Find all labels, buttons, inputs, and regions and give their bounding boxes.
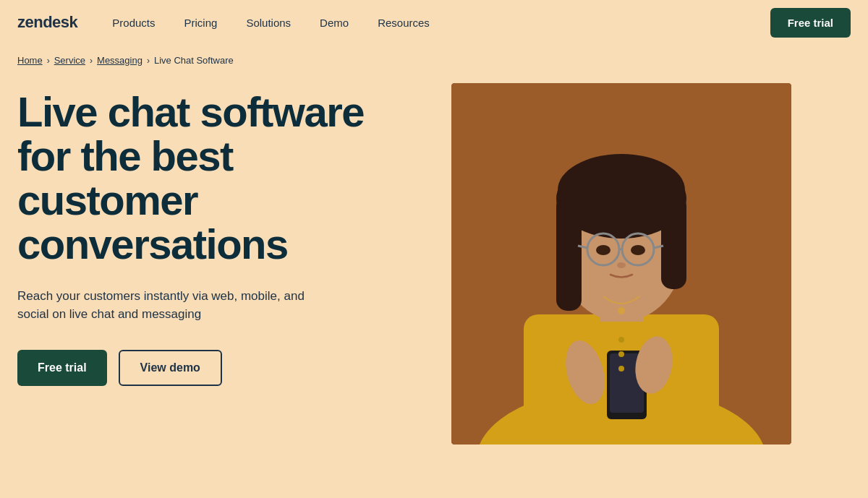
free-trial-button[interactable]: Free trial (17, 350, 107, 386)
svg-point-15 (631, 245, 645, 255)
view-demo-button[interactable]: View demo (119, 350, 222, 386)
svg-point-16 (617, 262, 626, 268)
person-illustration (451, 83, 791, 445)
nav-pricing[interactable]: Pricing (184, 17, 218, 29)
hero-image (451, 83, 791, 445)
svg-point-14 (596, 245, 610, 255)
navbar: zendesk Products Pricing Solutions Demo … (0, 0, 868, 45)
nav-links: Products Pricing Solutions Demo Resource… (112, 17, 770, 29)
nav-solutions[interactable]: Solutions (246, 17, 291, 29)
breadcrumb-separator-3: › (147, 56, 150, 66)
breadcrumb-messaging[interactable]: Messaging (97, 55, 142, 66)
hero-title: Live chat software for the best customer… (17, 90, 422, 267)
hero-image-container (451, 83, 791, 445)
svg-point-8 (558, 154, 685, 226)
hero-subtitle: Reach your customers instantly via web, … (17, 287, 336, 324)
nav-demo[interactable]: Demo (320, 17, 349, 29)
svg-point-22 (618, 351, 624, 357)
logo[interactable]: zendesk (17, 13, 77, 32)
breadcrumb-separator-2: › (90, 56, 93, 66)
breadcrumb-separator-1: › (47, 56, 50, 66)
breadcrumb-service[interactable]: Service (54, 55, 85, 66)
cta-buttons: Free trial View demo (17, 350, 422, 386)
breadcrumb: Home › Service › Messaging › Live Chat S… (0, 45, 868, 76)
breadcrumb-home[interactable]: Home (17, 55, 43, 66)
nav-products[interactable]: Products (112, 17, 155, 29)
hero-left: Live chat software for the best customer… (17, 83, 422, 445)
breadcrumb-current: Live Chat Software (154, 55, 234, 66)
svg-point-21 (618, 337, 624, 343)
svg-point-23 (618, 366, 624, 372)
main-content: Live chat software for the best customer… (0, 83, 868, 445)
svg-point-24 (618, 307, 625, 314)
nav-resources[interactable]: Resources (378, 17, 430, 29)
nav-free-trial-button[interactable]: Free trial (770, 8, 851, 38)
